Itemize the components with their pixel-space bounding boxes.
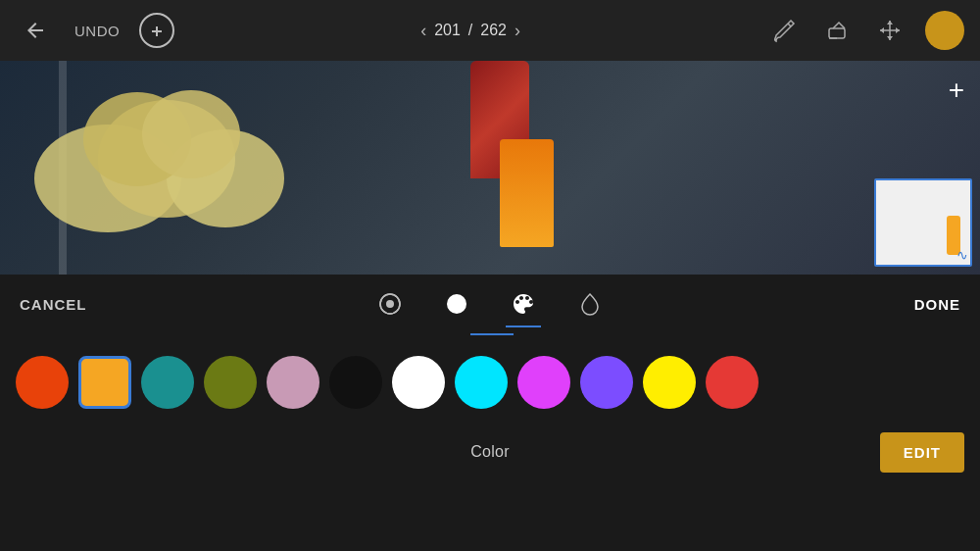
back-button[interactable]	[16, 11, 55, 50]
prev-page-button[interactable]: ‹	[420, 21, 426, 41]
color-swatch-teal[interactable]	[141, 356, 194, 409]
cancel-button[interactable]: CANCEL	[20, 296, 87, 313]
add-button[interactable]	[139, 13, 174, 48]
add-layer-button[interactable]: +	[949, 75, 964, 106]
color-swatch-white[interactable]	[392, 356, 445, 409]
orange-shape-object	[500, 139, 554, 247]
undo-button[interactable]: UNDO	[63, 15, 131, 47]
preview-box-inner: ∿	[876, 180, 970, 265]
color-swatch-yellow[interactable]	[643, 356, 696, 409]
tab-target[interactable]	[372, 286, 408, 322]
color-tabs-row: CANCEL	[0, 275, 980, 333]
svg-point-5	[142, 90, 240, 178]
color-swatch-cyan[interactable]	[455, 356, 508, 409]
page-current: 201	[434, 22, 461, 39]
bottom-panel: CANCEL	[0, 275, 980, 551]
tool-icons-group	[766, 11, 964, 50]
color-swatch-orange[interactable]	[78, 356, 131, 409]
edit-button[interactable]: EDIT	[880, 432, 964, 473]
color-swatch-orange-red[interactable]	[16, 356, 69, 409]
top-toolbar: UNDO ‹ 201 / 262 ›	[0, 0, 980, 61]
image-area: + ∿	[0, 61, 980, 275]
page-total: 262	[480, 22, 507, 39]
brush-tool-button[interactable]	[766, 13, 802, 48]
tab-drop[interactable]	[572, 286, 608, 322]
page-navigation: ‹ 201 / 262 ›	[420, 21, 520, 41]
next-page-button[interactable]: ›	[514, 21, 520, 41]
svg-rect-0	[829, 28, 845, 38]
color-section-label: Color	[470, 443, 510, 461]
color-swatch-pink-purple[interactable]	[267, 356, 319, 409]
color-swatch-olive[interactable]	[204, 356, 257, 409]
color-swatch-red[interactable]	[706, 356, 759, 409]
bottom-row: Color EDIT	[0, 422, 980, 482]
tab-palette[interactable]	[506, 286, 541, 322]
eraser-tool-button[interactable]	[819, 13, 855, 48]
done-button[interactable]: DONE	[914, 296, 960, 313]
tab-circle[interactable]	[439, 286, 474, 322]
current-color-indicator[interactable]	[925, 11, 964, 50]
color-swatches-row	[0, 343, 980, 422]
color-swatch-magenta[interactable]	[517, 356, 570, 409]
tab-underline-container	[0, 333, 980, 335]
color-swatch-purple[interactable]	[580, 356, 633, 409]
cloud-object	[29, 80, 304, 237]
svg-point-9	[447, 294, 466, 314]
tool-tabs	[372, 286, 608, 322]
tab-active-indicator	[470, 333, 514, 335]
color-swatch-black[interactable]	[329, 356, 382, 409]
page-separator: /	[468, 22, 472, 39]
svg-point-7	[386, 300, 394, 308]
move-tool-button[interactable]	[872, 13, 907, 48]
wave-icon: ∿	[956, 247, 968, 263]
preview-thumbnail[interactable]: ∿	[874, 178, 972, 267]
